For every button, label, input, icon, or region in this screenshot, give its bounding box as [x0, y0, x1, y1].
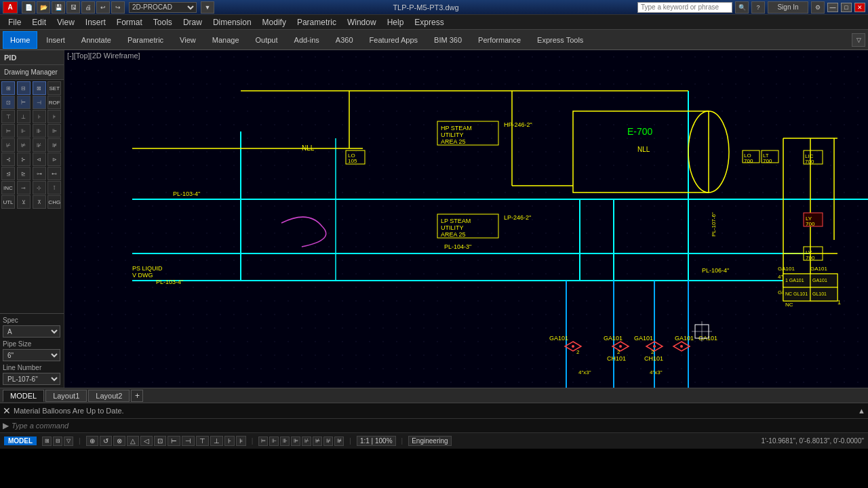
- tool-new[interactable]: ⊞: [1, 81, 15, 95]
- tool-15[interactable]: ⊮: [33, 138, 46, 152]
- minimize-button[interactable]: —: [827, 3, 838, 12]
- close-button[interactable]: ✕: [854, 3, 865, 12]
- tab-home[interactable]: Home: [3, 31, 37, 49]
- sc-btn[interactable]: ⊦: [224, 436, 235, 446]
- spec-select[interactable]: A: [3, 325, 60, 338]
- ann-btn[interactable]: ⊧: [236, 436, 246, 446]
- menu-tools[interactable]: Tools: [148, 15, 178, 30]
- tool-chg[interactable]: CHG: [47, 195, 61, 209]
- tool-open[interactable]: ⊟: [17, 81, 31, 95]
- tool-9[interactable]: ⊨: [1, 124, 15, 138]
- menu-express[interactable]: Express: [409, 15, 449, 30]
- tab-a360[interactable]: A360: [328, 31, 361, 49]
- tab-parametric[interactable]: Parametric: [120, 31, 171, 49]
- tab-manage[interactable]: Manage: [205, 31, 247, 49]
- cad-drawing[interactable]: E-700 NLL NLL HP STEAM UTILITY AREA 25 H…: [64, 50, 868, 388]
- command-close-icon[interactable]: ✕: [3, 405, 11, 416]
- tool-22[interactable]: ⊵: [17, 167, 31, 180]
- tool-utl[interactable]: UTL: [1, 195, 15, 209]
- snap-btn[interactable]: ⊕: [86, 436, 98, 446]
- menu-draw[interactable]: Draw: [178, 15, 208, 30]
- menu-modify[interactable]: Modify: [257, 15, 292, 30]
- menu-parametric[interactable]: Parametric: [292, 15, 342, 30]
- tool-7[interactable]: ⊦: [33, 110, 46, 123]
- menu-file[interactable]: File: [3, 15, 26, 30]
- search-input[interactable]: [637, 2, 732, 13]
- tab-express-tools[interactable]: Express Tools: [530, 31, 591, 49]
- add-layout-button[interactable]: +: [131, 390, 143, 402]
- tool-6[interactable]: ⊥: [17, 110, 31, 123]
- line-number-select[interactable]: PL-107-6": [3, 373, 60, 385]
- search-icon[interactable]: 🔍: [735, 1, 749, 14]
- menu-dimension[interactable]: Dimension: [208, 15, 257, 30]
- command-expand-icon[interactable]: ▲: [858, 407, 865, 415]
- tool-10[interactable]: ⊩: [17, 124, 31, 138]
- tool-rof[interactable]: ROF: [47, 96, 61, 109]
- lweight-btn[interactable]: ⊣: [182, 436, 195, 446]
- menu-help[interactable]: Help: [382, 15, 410, 30]
- menu-view[interactable]: View: [52, 15, 80, 30]
- model-space-label[interactable]: MODEL: [4, 436, 37, 445]
- save-icon[interactable]: 💾: [52, 1, 65, 14]
- grid-view-icon[interactable]: ⊞: [42, 436, 52, 446]
- ribbon-minimize-icon[interactable]: ▽: [852, 33, 865, 47]
- tab-model[interactable]: MODEL: [3, 390, 44, 402]
- tab-layout1[interactable]: Layout1: [45, 390, 87, 402]
- units-display[interactable]: Engineering: [408, 436, 451, 446]
- command-input[interactable]: [12, 422, 865, 430]
- print-icon[interactable]: 🖨: [81, 1, 95, 14]
- workspace-expand[interactable]: ▼: [201, 1, 214, 14]
- tool-inc[interactable]: INC: [1, 181, 15, 195]
- tool-25[interactable]: ⊸: [17, 181, 31, 195]
- tool-12[interactable]: ⊫: [47, 124, 61, 138]
- tool-24[interactable]: ⊷: [47, 167, 61, 180]
- tool-5[interactable]: ⊤: [1, 110, 15, 123]
- osnap-btn[interactable]: △: [127, 436, 139, 446]
- tool-16[interactable]: ⊯: [47, 138, 61, 152]
- menu-format[interactable]: Format: [111, 15, 148, 30]
- tool-19[interactable]: ⊲: [33, 152, 46, 166]
- gizmo-icon[interactable]: ⊨: [258, 436, 268, 446]
- tool-17[interactable]: ⊰: [1, 152, 15, 166]
- ortho-btn[interactable]: ↺: [100, 436, 112, 446]
- otrack-btn[interactable]: ◁: [140, 436, 153, 446]
- drawing-canvas[interactable]: [-][Top][2D Wireframe]: [64, 50, 868, 388]
- tmodel-btn[interactable]: ⊤: [196, 436, 209, 446]
- tool-27[interactable]: ⊺: [47, 181, 61, 195]
- tab-addins[interactable]: Add-ins: [287, 31, 327, 49]
- undo-icon[interactable]: ↩: [96, 1, 110, 14]
- tab-annotate[interactable]: Annotate: [74, 31, 119, 49]
- tab-performance[interactable]: Performance: [471, 31, 528, 49]
- workspace-icon[interactable]: ⊫: [291, 436, 300, 446]
- tool-4[interactable]: ⊣: [33, 96, 46, 109]
- scale-display[interactable]: 1:1 | 100%: [357, 436, 396, 446]
- qp-btn[interactable]: ⊥: [210, 436, 223, 446]
- sign-in-button[interactable]: Sign In: [768, 1, 808, 14]
- model-view-icon[interactable]: ⊟: [53, 436, 62, 446]
- new-icon[interactable]: 📄: [22, 1, 35, 14]
- tool-20[interactable]: ⊳: [47, 152, 61, 166]
- tool-23[interactable]: ⊶: [33, 167, 46, 180]
- tool-save[interactable]: ⊠: [33, 81, 46, 95]
- tool-2[interactable]: ⊡: [1, 96, 15, 109]
- hardware-icon[interactable]: ⊭: [313, 436, 322, 446]
- tool-14[interactable]: ⊭: [17, 138, 31, 152]
- workspace-select[interactable]: 2D-PROCAD: [129, 2, 197, 13]
- menu-window[interactable]: Window: [342, 15, 382, 30]
- tool-set[interactable]: SET: [47, 81, 61, 95]
- unlock-icon[interactable]: ⊬: [302, 436, 311, 446]
- tab-layout2[interactable]: Layout2: [88, 390, 130, 402]
- anno-scale-icon[interactable]: ⊪: [280, 436, 290, 446]
- tool-3[interactable]: ⊢: [17, 96, 31, 109]
- tab-bim360[interactable]: BIM 360: [427, 31, 469, 49]
- tool-18[interactable]: ⊱: [17, 152, 31, 166]
- dyn-btn[interactable]: ⊢: [167, 436, 180, 446]
- tab-insert[interactable]: Insert: [39, 31, 73, 49]
- tool-11[interactable]: ⊪: [33, 124, 46, 138]
- menu-insert[interactable]: Insert: [80, 15, 111, 30]
- tool-26[interactable]: ⊹: [33, 181, 46, 195]
- isolate2-icon[interactable]: ⊮: [323, 436, 333, 446]
- tab-featured[interactable]: Featured Apps: [362, 31, 426, 49]
- properties-icon[interactable]: ⊯: [334, 436, 344, 446]
- settings-icon[interactable]: ⚙: [811, 1, 825, 14]
